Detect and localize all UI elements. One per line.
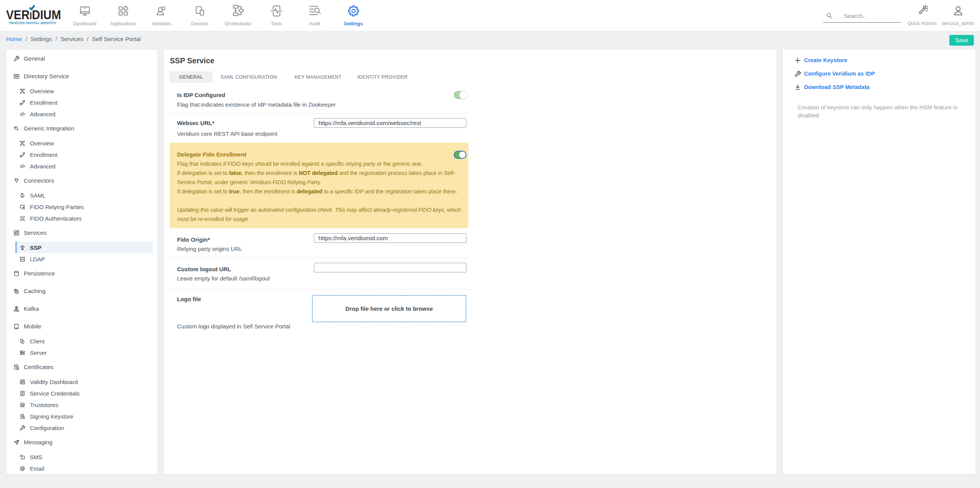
svg-text:AD: AD <box>15 75 18 77</box>
